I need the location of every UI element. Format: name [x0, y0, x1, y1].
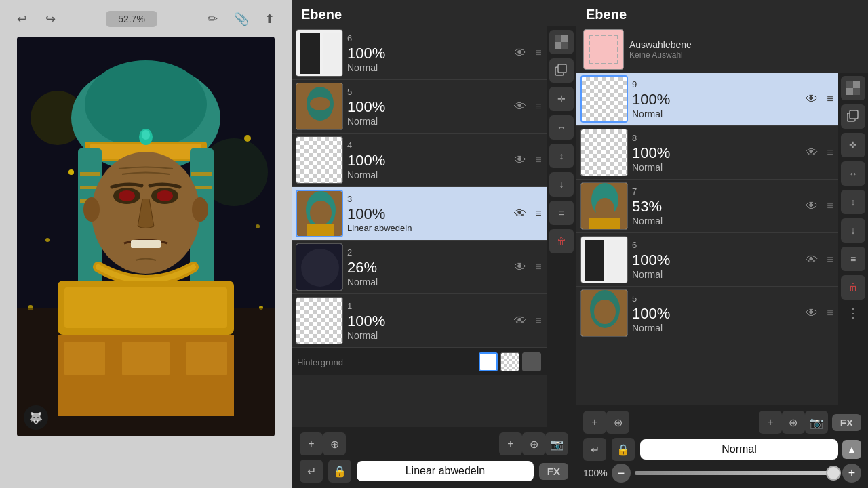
checker-tool-btn-r[interactable] — [841, 76, 865, 100]
down-tool-btn[interactable]: ↓ — [549, 172, 574, 197]
flip-h-tool-btn[interactable]: ↔ — [549, 115, 574, 140]
slider-thumb[interactable] — [826, 466, 841, 481]
middle-layers-wrapper: 6 100% Normal 👁 ≡ 5 100% Normal 👁 ≡ — [292, 26, 576, 427]
delete-tool-btn[interactable]: 🗑 — [549, 229, 574, 253]
opacity-minus-btn[interactable]: − — [612, 464, 631, 483]
layer-handle-icon[interactable]: ≡ — [822, 93, 838, 105]
undo-button[interactable]: ↩ — [12, 9, 31, 28]
right-footer-actions: + ⊕ + ⊕ 📷 FX — [583, 411, 861, 434]
layer-row[interactable]: 5 100% Normal 👁 ≡ — [292, 80, 547, 134]
bg-white-thumb[interactable] — [479, 352, 498, 371]
move-tool-btn[interactable]: ✛ — [549, 87, 574, 111]
merge-layer-btn-r[interactable]: ⊕ — [606, 411, 629, 434]
chevron-up-icon[interactable]: ▲ — [842, 440, 861, 459]
move-tool-btn-r[interactable]: ✛ — [841, 133, 865, 157]
visibility-icon[interactable]: 👁 — [510, 260, 530, 274]
flip-h-tool-btn-r[interactable]: ↔ — [841, 161, 865, 186]
copy-tool-btn[interactable] — [549, 58, 574, 83]
middle-layers-panel: Ebene 6 100% Normal 👁 ≡ — [292, 0, 576, 488]
add-layer-btn-r[interactable]: + — [583, 411, 606, 434]
layer-row-active[interactable]: 3 100% Linear abwedeln 👁 ≡ — [292, 187, 547, 241]
special-btn-r[interactable]: ⊕ — [782, 411, 805, 434]
layer-row-active[interactable]: 9 100% Normal 👁 ≡ — [576, 73, 838, 126]
visibility-icon[interactable]: 👁 — [802, 253, 822, 267]
visibility-icon[interactable]: 👁 — [510, 100, 530, 114]
layer-row[interactable]: 6 100% Normal 👁 ≡ — [292, 26, 547, 80]
visibility-icon[interactable]: 👁 — [802, 306, 822, 321]
lines-tool-btn-r[interactable]: ≡ — [841, 247, 865, 271]
bg-dark-thumb[interactable] — [522, 352, 541, 371]
zoom-level[interactable]: 52.7% — [106, 11, 157, 27]
layer-row[interactable]: 1 100% Normal 👁 ≡ — [292, 294, 547, 348]
blend-mode-display[interactable]: Linear abwedeln — [357, 461, 534, 481]
delete-tool-btn-r[interactable]: 🗑 — [841, 275, 865, 300]
svg-point-4 — [68, 169, 74, 175]
layer-row[interactable]: 2 26% Normal 👁 ≡ — [292, 241, 547, 294]
back-btn-r[interactable]: ↵ — [583, 438, 606, 461]
lock-btn-r[interactable]: 🔒 — [612, 438, 635, 461]
layer-handle-icon[interactable]: ≡ — [530, 314, 547, 327]
visibility-icon[interactable]: 👁 — [510, 153, 530, 167]
layer-thumb — [580, 236, 628, 283]
more-options-icon[interactable]: ⋮ — [847, 306, 859, 321]
layer-handle-icon[interactable]: ≡ — [530, 261, 547, 273]
add-layer-btn[interactable]: + — [300, 432, 323, 455]
layer-blend: Normal — [347, 330, 510, 341]
clip-icon[interactable]: 📎 — [232, 9, 251, 28]
special-btn[interactable]: ⊕ — [522, 432, 545, 455]
layer-handle-icon[interactable]: ≡ — [530, 100, 547, 113]
redo-button[interactable]: ↪ — [41, 9, 60, 28]
layer-number: 5 — [632, 293, 802, 304]
layer-handle-icon[interactable]: ≡ — [822, 253, 838, 266]
layer-blend: Normal — [632, 162, 802, 173]
visibility-icon[interactable]: 👁 — [802, 199, 822, 214]
layer-thumb — [580, 75, 628, 123]
layer-row[interactable]: 4 100% Normal 👁 ≡ — [292, 134, 547, 187]
right-sidebar-tools: ✛ ↔ ↕ ↓ ≡ 🗑 ⋮ — [838, 73, 868, 405]
canvas-artwork-area[interactable]: 🐺 — [17, 37, 275, 436]
flip-v-tool-btn[interactable]: ↕ — [549, 144, 574, 168]
add-btn2[interactable]: + — [499, 432, 522, 455]
layer-handle-icon[interactable]: ≡ — [822, 146, 838, 159]
visibility-icon[interactable]: 👁 — [510, 207, 530, 221]
down-tool-btn-r[interactable]: ↓ — [841, 218, 865, 243]
layer-handle-icon[interactable]: ≡ — [822, 307, 838, 319]
layer-row[interactable]: 5 100% Normal 👁 ≡ — [576, 287, 838, 340]
visibility-icon[interactable]: 👁 — [510, 46, 530, 60]
layer-row[interactable]: 7 53% Normal 👁 ≡ — [576, 180, 838, 233]
merge-layer-btn[interactable]: ⊕ — [323, 432, 346, 455]
svg-rect-41 — [323, 33, 340, 74]
camera-btn-r[interactable]: 📷 — [805, 411, 828, 434]
layer-row[interactable]: 6 100% Normal 👁 ≡ — [576, 233, 838, 287]
brush-icon[interactable]: ✏ — [203, 9, 222, 28]
visibility-icon[interactable]: 👁 — [802, 146, 822, 160]
layer-handle-icon[interactable]: ≡ — [530, 154, 547, 166]
visibility-icon[interactable]: 👁 — [510, 314, 530, 328]
svg-rect-67 — [846, 81, 853, 88]
fx-button-r[interactable]: FX — [832, 414, 861, 431]
copy-tool-btn-r[interactable] — [841, 104, 865, 129]
add-btn2-r[interactable]: + — [759, 411, 782, 434]
lock-btn[interactable]: 🔒 — [328, 460, 351, 483]
selection-row[interactable]: Auswahlebene Keine Auswahl — [576, 26, 868, 73]
slider-fill — [635, 471, 838, 475]
visibility-icon[interactable]: 👁 — [802, 92, 822, 106]
checker-tool-btn[interactable] — [549, 30, 574, 54]
back-btn[interactable]: ↵ — [300, 460, 323, 483]
fx-button[interactable]: FX — [539, 463, 568, 480]
export-icon[interactable]: ⬆ — [260, 9, 279, 28]
layer-handle-icon[interactable]: ≡ — [822, 200, 838, 212]
camera-btn[interactable]: 📷 — [545, 432, 568, 455]
opacity-plus-btn[interactable]: + — [842, 464, 861, 483]
background-row[interactable]: Hintergrund — [292, 348, 547, 375]
opacity-slider[interactable] — [635, 471, 838, 475]
lines-tool-btn[interactable]: ≡ — [549, 201, 574, 225]
layer-handle-icon[interactable]: ≡ — [530, 207, 547, 220]
layer-row[interactable]: 8 100% Normal 👁 ≡ — [576, 126, 838, 180]
flip-v-tool-btn-r[interactable]: ↕ — [841, 190, 865, 214]
layer-handle-icon[interactable]: ≡ — [530, 47, 547, 59]
bg-checker-thumb[interactable] — [500, 352, 519, 371]
blend-mode-display-r[interactable]: Normal — [640, 439, 838, 460]
middle-layers-col: 6 100% Normal 👁 ≡ 5 100% Normal 👁 ≡ — [292, 26, 547, 427]
middle-panel-title: Ebene — [292, 0, 576, 26]
